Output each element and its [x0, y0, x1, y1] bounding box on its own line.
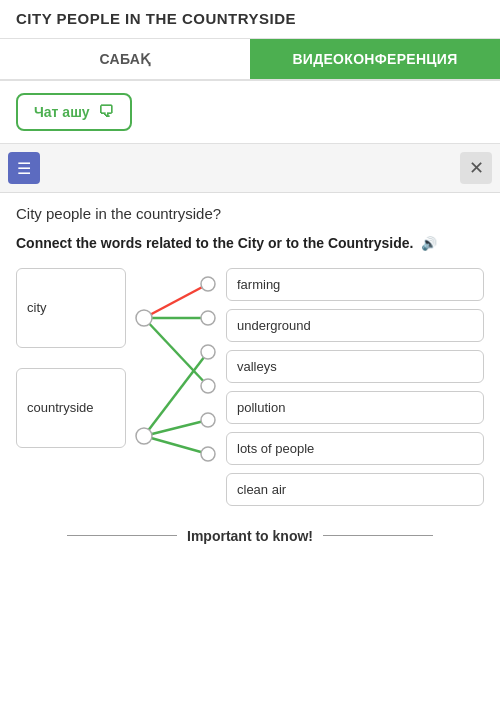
chat-label: Чат ашу: [34, 104, 90, 120]
menu-button[interactable]: ☰: [8, 152, 40, 184]
svg-point-13: [201, 447, 215, 461]
svg-point-6: [136, 310, 152, 326]
instruction-text: Connect the words related to the City or…: [16, 234, 484, 254]
word-valleys: valleys: [226, 350, 484, 383]
word-underground: underground: [226, 309, 484, 342]
footer-label: Important to know!: [187, 528, 313, 544]
chat-icon: 🗨: [98, 103, 114, 121]
tabs-bar: САБАҚ ВИДЕОКОНФЕРЕНЦИЯ: [0, 39, 500, 81]
connect-exercise: city countryside: [16, 268, 484, 508]
menu-icon: ☰: [17, 159, 31, 178]
header: CITY PEOPLE IN THE COUNTRYSIDE: [0, 0, 500, 39]
footer: Important to know!: [16, 528, 484, 544]
svg-line-5: [144, 436, 208, 454]
svg-point-12: [201, 413, 215, 427]
svg-point-8: [201, 277, 215, 291]
left-column: city countryside: [16, 268, 126, 508]
chat-button[interactable]: Чат ашу 🗨: [16, 93, 132, 131]
footer-line-right: [323, 535, 433, 536]
close-button[interactable]: ✕: [460, 152, 492, 184]
left-countryside-box: countryside: [16, 368, 126, 448]
footer-line-left: [67, 535, 177, 536]
word-farming: farming: [226, 268, 484, 301]
word-pollution: pollution: [226, 391, 484, 424]
svg-point-9: [201, 311, 215, 325]
tab-video[interactable]: ВИДЕОКОНФЕРЕНЦИЯ: [250, 39, 500, 79]
svg-point-10: [201, 345, 215, 359]
city-label: city: [27, 300, 47, 315]
page-subtitle: City people in the countryside?: [16, 205, 484, 222]
right-column: farming underground valleys pollution lo…: [226, 268, 484, 508]
connections-area: [126, 268, 226, 508]
page-title: CITY PEOPLE IN THE COUNTRYSIDE: [16, 10, 296, 27]
svg-point-7: [136, 428, 152, 444]
close-icon: ✕: [469, 157, 484, 179]
countryside-label: countryside: [27, 400, 93, 415]
left-city-box: city: [16, 268, 126, 348]
word-clean-air: clean air: [226, 473, 484, 506]
svg-line-0: [144, 284, 208, 318]
speaker-icon[interactable]: 🔊: [421, 235, 437, 253]
svg-line-2: [144, 318, 208, 386]
chat-section: Чат ашу 🗨: [0, 81, 500, 144]
svg-point-11: [201, 379, 215, 393]
tab-sabak[interactable]: САБАҚ: [0, 39, 250, 79]
main-content: City people in the countryside? Connect …: [0, 193, 500, 556]
toolbar-row: ☰ ✕: [0, 144, 500, 193]
word-lots-of-people: lots of people: [226, 432, 484, 465]
